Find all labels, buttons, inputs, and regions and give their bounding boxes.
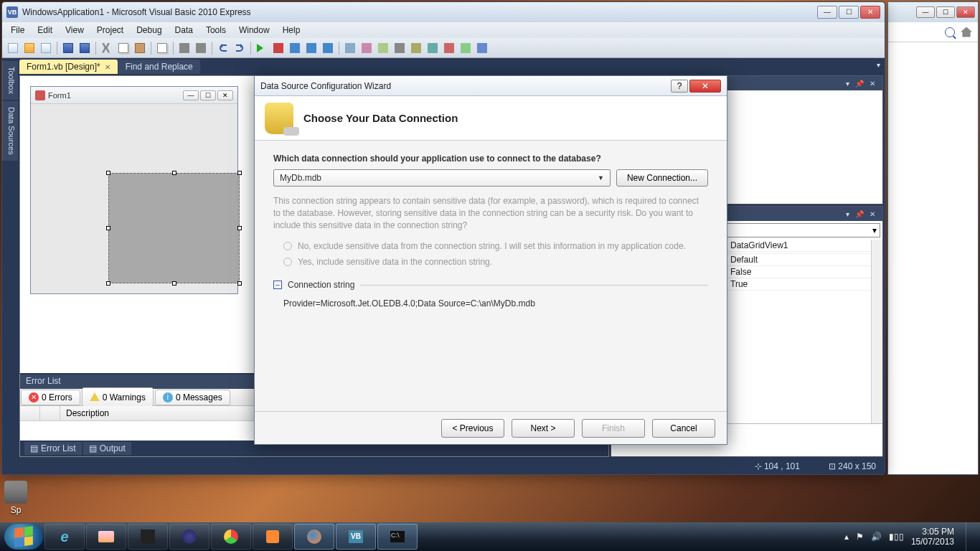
- tab-find-replace[interactable]: Find and Replace: [118, 60, 200, 74]
- step-into-icon[interactable]: [287, 40, 303, 56]
- menu-tools[interactable]: Tools: [200, 24, 232, 37]
- cut-icon[interactable]: [99, 40, 115, 56]
- tool-icon[interactable]: [392, 40, 407, 56]
- taskbar-media[interactable]: [253, 524, 293, 550]
- dropdown-icon[interactable]: ▾: [846, 210, 849, 218]
- dialog-titlebar[interactable]: Data Source Configuration Wizard ? ✕: [255, 76, 727, 96]
- connection-combo[interactable]: MyDb.mdb ▼: [273, 169, 611, 187]
- volume-icon[interactable]: 🔊: [871, 532, 882, 542]
- home-icon[interactable]: [961, 27, 972, 37]
- bottom-tab-output[interactable]: ▤Output: [83, 442, 131, 455]
- uncomment-icon[interactable]: [193, 40, 209, 56]
- new-connection-button[interactable]: New Connection...: [616, 169, 708, 187]
- close-button[interactable]: ✕: [956, 6, 975, 18]
- step-out-icon[interactable]: [320, 40, 336, 56]
- status-bar: ⊹ 104 , 101 ⊡ 240 x 150: [2, 458, 885, 474]
- tool-icon[interactable]: [408, 40, 424, 56]
- tool-icon[interactable]: [425, 40, 440, 56]
- tool-icon[interactable]: [458, 40, 473, 56]
- close-panel-icon[interactable]: ✕: [870, 80, 875, 88]
- system-tray[interactable]: ▴ ⚑ 🔊 ▮▯▯ 3:05 PM 15/07/2013: [837, 527, 961, 547]
- tab-form-design[interactable]: Form1.vb [Design]* ✕: [19, 60, 118, 74]
- wizard-heading: Choose Your Data Connection: [303, 112, 458, 124]
- minimize-button[interactable]: —: [817, 6, 837, 19]
- taskbar-eclipse[interactable]: [169, 524, 209, 550]
- taskbar-firefox[interactable]: [294, 524, 334, 550]
- search-icon[interactable]: [945, 27, 955, 37]
- step-over-icon[interactable]: [303, 40, 319, 56]
- close-button[interactable]: ✕: [689, 80, 721, 93]
- add-item-icon[interactable]: [38, 40, 54, 56]
- tabs-overflow-icon[interactable]: ▾: [877, 61, 880, 69]
- previous-button[interactable]: < Previous: [441, 419, 504, 438]
- close-tab-icon[interactable]: ✕: [105, 63, 110, 71]
- flag-icon[interactable]: ⚑: [856, 532, 864, 542]
- maximize-button[interactable]: ☐: [936, 6, 955, 18]
- vs-titlebar[interactable]: VB WindowsApplication1 - Microsoft Visua…: [2, 2, 885, 22]
- pin-icon[interactable]: 📌: [855, 80, 864, 88]
- close-panel-icon[interactable]: ✕: [870, 210, 875, 218]
- find-icon[interactable]: [154, 40, 170, 56]
- form-canvas[interactable]: Form1 — ☐ ✕: [30, 86, 238, 294]
- new-project-icon[interactable]: [5, 40, 21, 56]
- menu-help[interactable]: Help: [277, 24, 306, 37]
- taskbar-explorer[interactable]: [86, 524, 126, 550]
- menu-debug[interactable]: Debug: [131, 24, 167, 37]
- taskbar-cmd[interactable]: C:\: [377, 524, 418, 550]
- next-button[interactable]: Next >: [512, 419, 575, 438]
- show-desktop-button[interactable]: [966, 522, 976, 551]
- tray-overflow-icon[interactable]: ▴: [844, 532, 849, 542]
- close-button[interactable]: ✕: [860, 6, 880, 19]
- comment-icon[interactable]: [176, 40, 192, 56]
- undo-icon[interactable]: [215, 40, 231, 56]
- start-debug-icon[interactable]: [254, 40, 270, 56]
- network-icon[interactable]: ▮▯▯: [889, 532, 904, 542]
- collapse-icon[interactable]: −: [273, 281, 282, 289]
- cancel-button[interactable]: Cancel: [652, 419, 715, 438]
- scrollbar[interactable]: [871, 240, 882, 423]
- tool-icon[interactable]: [441, 40, 457, 56]
- cmd-icon: C:\: [390, 531, 405, 542]
- messages-tab[interactable]: i0 Messages: [155, 390, 230, 405]
- database-icon: [265, 103, 293, 134]
- pin-icon[interactable]: 📌: [855, 210, 864, 218]
- menu-data[interactable]: Data: [169, 24, 199, 37]
- tool-icon[interactable]: [342, 40, 358, 56]
- connection-string-value: Provider=Microsoft.Jet.OLEDB.4.0;Data So…: [273, 294, 708, 313]
- taskbar-vb[interactable]: VB: [336, 524, 376, 550]
- data-sources-tab[interactable]: Data Sources: [2, 101, 18, 161]
- radio-icon: [283, 242, 292, 250]
- save-all-icon[interactable]: [77, 40, 93, 56]
- paste-icon[interactable]: [132, 40, 148, 56]
- copy-icon[interactable]: [116, 40, 131, 56]
- bottom-tab-error-list[interactable]: ▤Error List: [24, 442, 82, 455]
- start-button[interactable]: [4, 524, 43, 550]
- taskbar-app[interactable]: [128, 524, 168, 550]
- open-file-icon[interactable]: [22, 40, 37, 56]
- redo-icon[interactable]: [232, 40, 248, 56]
- taskbar-ie[interactable]: e: [44, 524, 85, 550]
- maximize-button[interactable]: ☐: [839, 6, 859, 19]
- errors-tab[interactable]: ✕0 Errors: [21, 390, 80, 405]
- menu-project[interactable]: Project: [91, 24, 129, 37]
- datagridview-control[interactable]: [108, 173, 240, 283]
- dropdown-icon[interactable]: ▾: [846, 80, 849, 88]
- tool-icon[interactable]: [474, 40, 490, 56]
- tool-icon[interactable]: [375, 40, 391, 56]
- stop-debug-icon[interactable]: [270, 40, 286, 56]
- desktop-icon[interactable]: Sp: [1, 481, 30, 515]
- warnings-tab[interactable]: 0 Warnings: [82, 387, 154, 407]
- clock[interactable]: 3:05 PM 15/07/2013: [911, 527, 954, 547]
- menu-view[interactable]: View: [60, 24, 90, 37]
- menu-file[interactable]: File: [5, 24, 30, 37]
- tool-icon[interactable]: [359, 40, 374, 56]
- toolbox-tab[interactable]: Toolbox: [2, 61, 18, 100]
- save-icon[interactable]: [60, 40, 76, 56]
- taskbar-chrome[interactable]: [211, 524, 251, 550]
- radio-include-sensitive: Yes, include sensitive data in the conne…: [273, 254, 708, 270]
- menu-window[interactable]: Window: [233, 24, 275, 37]
- menu-edit[interactable]: Edit: [32, 24, 58, 37]
- toolbar: [2, 38, 885, 58]
- minimize-button[interactable]: —: [916, 6, 935, 18]
- help-button[interactable]: ?: [671, 80, 688, 93]
